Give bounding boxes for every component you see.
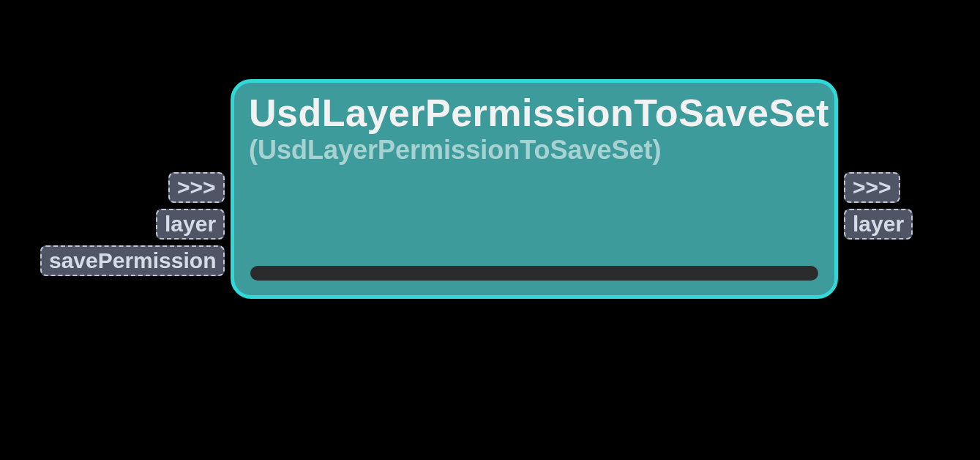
- input-port-save-permission[interactable]: savePermission: [40, 245, 225, 276]
- port-label: layer: [165, 212, 216, 237]
- input-port-layer[interactable]: layer: [156, 209, 225, 240]
- node-resize-bar[interactable]: [250, 266, 818, 281]
- port-label: layer: [853, 212, 904, 237]
- port-label: >>>: [853, 175, 891, 200]
- node-title: UsdLayerPermissionToSaveSet: [249, 93, 820, 133]
- input-port-exec[interactable]: >>>: [168, 172, 225, 203]
- output-port-layer[interactable]: layer: [844, 209, 913, 240]
- port-label: >>>: [177, 175, 216, 200]
- node-subtitle: (UsdLayerPermissionToSaveSet): [249, 135, 820, 166]
- port-label: savePermission: [49, 248, 216, 273]
- output-port-exec[interactable]: >>>: [844, 172, 900, 203]
- node-usd-layer-permission-to-save-set[interactable]: UsdLayerPermissionToSaveSet (UsdLayerPer…: [231, 79, 838, 299]
- node-graph-canvas[interactable]: UsdLayerPermissionToSaveSet (UsdLayerPer…: [0, 0, 980, 460]
